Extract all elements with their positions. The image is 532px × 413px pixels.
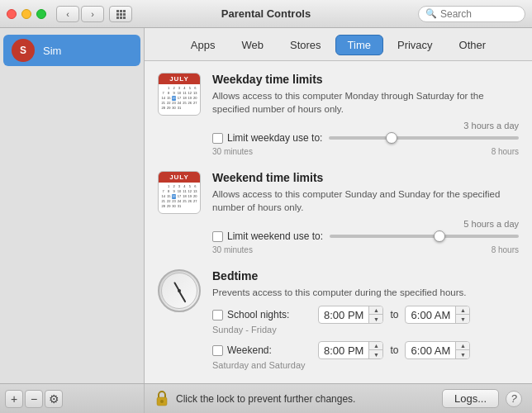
bedtime-description: Prevents access to this computer during … <box>212 286 519 299</box>
minimize-button[interactable] <box>21 9 31 19</box>
lock-icon[interactable] <box>154 391 169 407</box>
svg-rect-3 <box>116 13 119 16</box>
svg-rect-2 <box>123 10 126 12</box>
weekend-bedtime-end-value: 6:00 AM <box>406 344 455 357</box>
weekday-slider[interactable] <box>329 136 519 140</box>
weekend-time-display: 5 hours a day <box>212 219 519 229</box>
weekend-slider-thumb[interactable] <box>434 230 445 242</box>
bedtime-section: Bedtime Prevents access to this computer… <box>158 269 519 370</box>
tab-time[interactable]: Time <box>335 35 383 55</box>
weekend-bedtime-start-up[interactable]: ▲ <box>369 342 382 350</box>
add-icon: + <box>11 392 17 406</box>
weekend-description: Allows access to this computer Sunday an… <box>212 188 519 214</box>
weekday-slider-row: Limit weekday use to: <box>212 132 519 144</box>
tab-other[interactable]: Other <box>447 35 499 55</box>
weekend-bedtime-checkbox-label[interactable]: Weekend: <box>212 344 311 356</box>
add-user-button[interactable]: + <box>5 390 23 408</box>
weekend-bedtime-end-down[interactable]: ▼ <box>456 350 469 358</box>
bottom-bar: + − ⚙ Click the lock to prevent further … <box>0 383 532 413</box>
grid-button[interactable] <box>109 6 132 22</box>
weekend-bedtime-start-time[interactable]: 8:00 PM ▲ ▼ <box>318 341 383 359</box>
weekday-checkbox[interactable] <box>212 133 223 144</box>
weekend-checkbox[interactable] <box>212 231 223 242</box>
weekend-bedtime-row: Weekend: 8:00 PM ▲ ▼ to 6:00 AM <box>212 341 519 359</box>
avatar: S <box>12 39 35 62</box>
weekday-time-display: 3 hours a day <box>212 121 519 131</box>
weekend-content: Weekend time limits Allows access to thi… <box>212 171 519 254</box>
school-nights-end-value: 6:00 AM <box>406 309 455 321</box>
weekday-checkbox-label[interactable]: Limit weekday use to: <box>212 132 322 144</box>
weekday-slider-max: 8 hours <box>492 147 519 156</box>
bottom-left: + − ⚙ <box>0 384 145 413</box>
tab-bar: Apps Web Stores Time Privacy Other <box>145 28 532 61</box>
clock-icon <box>158 269 201 312</box>
weekend-slider-row: Limit weekend use to: <box>212 230 519 242</box>
weekend-bedtime-checkbox[interactable] <box>212 345 223 356</box>
titlebar: ‹ › Parental Controls 🔍 <box>0 0 532 28</box>
weekday-calendar-icon: JULY 1 2 3 4 5 6 7 8 <box>158 73 201 116</box>
window-title: Parental Controls <box>221 7 311 20</box>
weekday-title: Weekday time limits <box>212 73 519 86</box>
weekend-slider-labels: 30 minutes 8 hours <box>212 245 519 254</box>
gear-icon: ⚙ <box>49 392 59 406</box>
weekend-bedtime-end-time[interactable]: 6:00 AM ▲ ▼ <box>405 341 470 359</box>
weekday-slider-min: 30 minutes <box>212 147 253 156</box>
school-nights-start-up[interactable]: ▲ <box>369 306 382 315</box>
tab-stores[interactable]: Stores <box>278 35 334 55</box>
calendar-month-weekend: JULY <box>159 172 200 183</box>
weekend-checkbox-label[interactable]: Limit weekend use to: <box>212 230 323 242</box>
search-input[interactable] <box>440 8 518 20</box>
clock-face <box>161 273 197 309</box>
weekday-description: Allows access to this computer Monday th… <box>212 89 519 116</box>
school-nights-to: to <box>390 309 398 320</box>
school-nights-checkbox-label[interactable]: School nights: <box>212 309 311 320</box>
help-button[interactable]: ? <box>506 391 522 407</box>
weekday-slider-thumb[interactable] <box>386 132 397 144</box>
search-box[interactable]: 🔍 <box>418 6 525 22</box>
lock-text: Click the lock to prevent further change… <box>176 393 355 405</box>
main-layout: S Sim Apps Web Stores Time Privacy Other… <box>0 28 532 383</box>
gear-button[interactable]: ⚙ <box>45 390 63 408</box>
school-nights-end-time[interactable]: 6:00 AM ▲ ▼ <box>405 306 470 324</box>
logs-button[interactable]: Logs... <box>442 389 499 408</box>
weekend-title: Weekend time limits <box>212 171 519 184</box>
forward-button[interactable]: › <box>81 6 104 22</box>
maximize-button[interactable] <box>36 9 46 19</box>
weekend-slider[interactable] <box>330 235 519 238</box>
weekend-bedtime-start-down[interactable]: ▼ <box>369 350 382 358</box>
weekend-bedtime-end-up[interactable]: ▲ <box>456 342 469 350</box>
school-nights-row: School nights: 8:00 PM ▲ ▼ to 6:00 AM <box>212 306 519 324</box>
bedtime-title: Bedtime <box>212 269 519 282</box>
calendar-month-weekday: JULY <box>159 74 200 84</box>
svg-rect-6 <box>116 17 119 19</box>
school-nights-end-down[interactable]: ▼ <box>456 315 469 323</box>
school-nights-start-spinners: ▲ ▼ <box>368 306 382 323</box>
svg-point-10 <box>160 400 164 403</box>
school-nights-start-time[interactable]: 8:00 PM ▲ ▼ <box>318 306 383 324</box>
weekday-slider-labels: 30 minutes 8 hours <box>212 147 519 156</box>
weekend-checkbox-text: Limit weekend use to: <box>227 230 323 242</box>
tab-web[interactable]: Web <box>230 35 277 55</box>
school-nights-end-up[interactable]: ▲ <box>456 306 469 315</box>
svg-rect-0 <box>116 10 119 12</box>
back-button[interactable]: ‹ <box>56 6 79 22</box>
sidebar-item-sim[interactable]: S Sim <box>3 35 140 66</box>
school-nights-start-value: 8:00 PM <box>319 309 368 321</box>
remove-user-button[interactable]: − <box>25 390 43 408</box>
svg-rect-4 <box>120 13 122 16</box>
school-nights-start-down[interactable]: ▼ <box>369 315 382 323</box>
bedtime-content: Bedtime Prevents access to this computer… <box>212 269 519 370</box>
content-area: Apps Web Stores Time Privacy Other JULY … <box>145 28 532 383</box>
scroll-content: JULY 1 2 3 4 5 6 7 8 <box>145 61 532 383</box>
weekend-bedtime-sub-label: Saturday and Saturday <box>212 360 519 370</box>
tab-apps[interactable]: Apps <box>178 35 228 55</box>
weekend-section: JULY 1 2 3 4 5 6 7 8 <box>158 171 519 254</box>
weekend-bedtime-end-spinners: ▲ ▼ <box>455 342 469 358</box>
clock-center <box>178 289 181 292</box>
tab-privacy[interactable]: Privacy <box>385 35 445 55</box>
close-button[interactable] <box>7 9 17 19</box>
sidebar: S Sim <box>0 28 145 383</box>
school-nights-checkbox[interactable] <box>212 310 223 320</box>
weekday-content: Weekday time limits Allows access to thi… <box>212 73 519 156</box>
traffic-lights <box>7 9 46 19</box>
